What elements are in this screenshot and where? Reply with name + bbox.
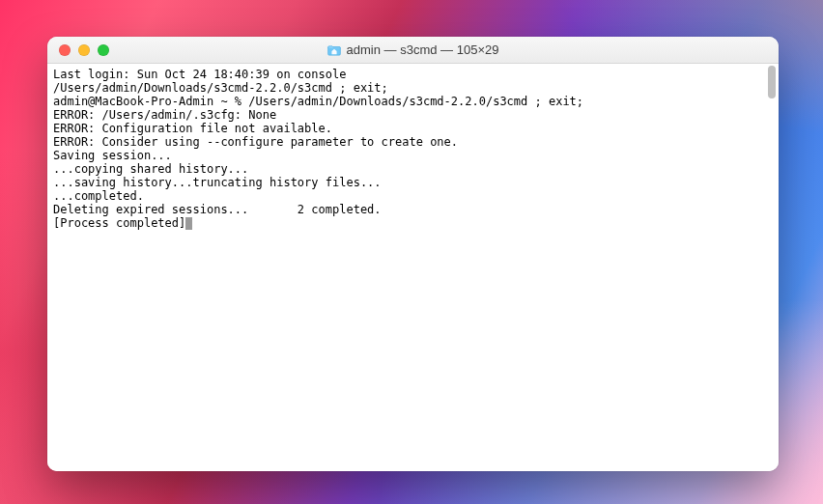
terminal-line: Deleting expired sessions... 2 completed…: [53, 203, 773, 216]
home-folder-icon: [327, 44, 341, 56]
scrollbar-thumb[interactable]: [768, 66, 776, 98]
terminal-output: Last login: Sun Oct 24 18:40:39 on conso…: [53, 68, 773, 230]
window-titlebar[interactable]: admin — s3cmd — 105×29: [47, 37, 779, 64]
window-title: admin — s3cmd — 105×29: [47, 42, 779, 57]
window-title-text: admin — s3cmd — 105×29: [347, 42, 499, 57]
terminal-line: ...copying shared history...: [53, 162, 773, 176]
terminal-line: ERROR: Consider using --configure parame…: [53, 135, 773, 149]
zoom-button[interactable]: [98, 44, 109, 56]
terminal-window: admin — s3cmd — 105×29 Last login: Sun O…: [47, 37, 779, 471]
terminal-line: admin@MacBook-Pro-Admin ~ % /Users/admin…: [53, 95, 773, 108]
terminal-cursor: [185, 217, 192, 230]
minimize-button[interactable]: [78, 44, 90, 56]
close-button[interactable]: [59, 44, 71, 56]
terminal-line: ERROR: /Users/admin/.s3cfg: None: [53, 108, 773, 122]
terminal-line: ...completed.: [53, 189, 773, 203]
terminal-line: Saving session...: [53, 149, 773, 162]
window-traffic-lights: [47, 44, 109, 56]
terminal-line: ERROR: Configuration file not available.: [53, 122, 773, 135]
svg-rect-0: [327, 46, 340, 55]
terminal-line: /Users/admin/Downloads/s3cmd-2.2.0/s3cmd…: [53, 81, 773, 95]
terminal-viewport[interactable]: Last login: Sun Oct 24 18:40:39 on conso…: [47, 64, 779, 471]
terminal-line: [Process completed]: [53, 216, 773, 230]
terminal-line: Last login: Sun Oct 24 18:40:39 on conso…: [53, 68, 773, 81]
terminal-line: ...saving history...truncating history f…: [53, 176, 773, 189]
vertical-scrollbar[interactable]: [764, 66, 777, 469]
